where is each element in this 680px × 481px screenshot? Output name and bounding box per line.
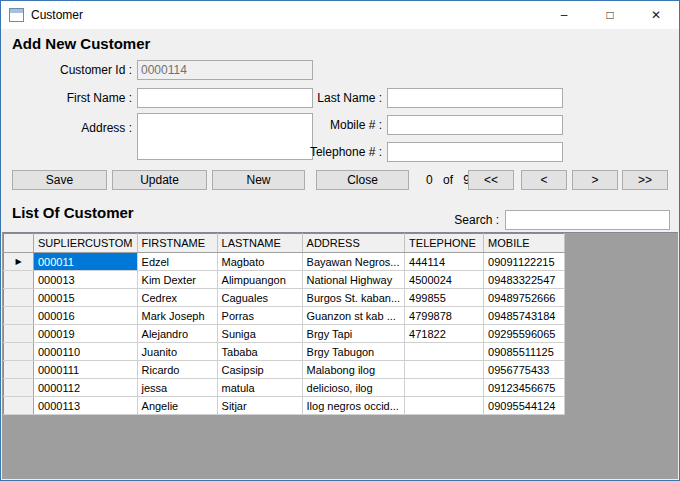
grid-body: ▶000011EdzelMagbatoBayawan Negros...4441… xyxy=(4,253,565,415)
grid-cell[interactable]: Sitjar xyxy=(217,397,302,415)
column-header[interactable]: SUPLIERCUSTOM xyxy=(34,234,138,253)
grid-cell[interactable] xyxy=(405,379,484,397)
grid-cell[interactable]: 0000110 xyxy=(34,343,138,361)
grid-cell[interactable]: Tababa xyxy=(217,343,302,361)
grid-cell[interactable]: Kim Dexter xyxy=(137,271,217,289)
grid-cell[interactable]: 0000111 xyxy=(34,361,138,379)
grid-cell[interactable]: National Highway xyxy=(302,271,405,289)
column-header[interactable]: TELEPHONE xyxy=(405,234,484,253)
grid-cell[interactable]: Porras xyxy=(217,307,302,325)
table-row: 000013Kim DexterAlimpuangonNational High… xyxy=(4,271,565,289)
grid-cell[interactable]: 444114 xyxy=(405,253,484,271)
grid-cell[interactable]: 09123456675 xyxy=(484,379,565,397)
grid-cell[interactable]: 0000112 xyxy=(34,379,138,397)
grid-cell[interactable]: Bayawan Negros... xyxy=(302,253,405,271)
grid-cell[interactable]: 09091122215 xyxy=(484,253,565,271)
record-counter: 0 of 9 xyxy=(426,170,470,190)
titlebar[interactable]: Customer – □ ✕ xyxy=(1,1,679,29)
grid-cell[interactable]: 09295596065 xyxy=(484,325,565,343)
last-name-label: Last Name : xyxy=(282,88,382,108)
row-selector[interactable] xyxy=(4,343,34,361)
row-selector[interactable] xyxy=(4,289,34,307)
grid-cell[interactable]: 000011 xyxy=(34,253,138,271)
telephone-label: Telephone # : xyxy=(282,142,382,162)
grid-cell[interactable]: Caguales xyxy=(217,289,302,307)
grid-cell[interactable]: matula xyxy=(217,379,302,397)
telephone-field[interactable] xyxy=(387,142,563,162)
column-header[interactable]: MOBILE xyxy=(484,234,565,253)
grid-cell[interactable]: Malabong ilog xyxy=(302,361,405,379)
grid-cell[interactable]: Mark Joseph xyxy=(137,307,217,325)
current-row-marker[interactable]: ▶ xyxy=(4,253,34,271)
row-selector[interactable] xyxy=(4,325,34,343)
grid-cell[interactable]: 09483322547 xyxy=(484,271,565,289)
last-name-field[interactable] xyxy=(387,88,563,108)
grid-header-row: SUPLIERCUSTOMFIRSTNAMELASTNAMEADDRESSTEL… xyxy=(4,234,565,253)
grid-cell[interactable]: 4799878 xyxy=(405,307,484,325)
grid-cell[interactable]: Suniga xyxy=(217,325,302,343)
customer-grid[interactable]: SUPLIERCUSTOMFIRSTNAMELASTNAMEADDRESSTEL… xyxy=(2,232,678,479)
customer-id-field[interactable] xyxy=(137,60,313,80)
grid-cell[interactable]: Ilog negros occid... xyxy=(302,397,405,415)
grid-cell[interactable]: Angelie xyxy=(137,397,217,415)
last-record-button[interactable]: >> xyxy=(622,170,668,190)
grid-cell[interactable]: Guanzon st kab ... xyxy=(302,307,405,325)
grid-cell[interactable]: 000015 xyxy=(34,289,138,307)
column-header[interactable]: LASTNAME xyxy=(217,234,302,253)
grid-cell[interactable]: Juanito xyxy=(137,343,217,361)
maximize-button[interactable]: □ xyxy=(587,1,633,29)
grid-cell[interactable]: Ricardo xyxy=(137,361,217,379)
grid-cell[interactable]: Magbato xyxy=(217,253,302,271)
grid-cell[interactable] xyxy=(405,343,484,361)
grid-cell[interactable]: 499855 xyxy=(405,289,484,307)
grid-cell[interactable]: Casipsip xyxy=(217,361,302,379)
grid-cell[interactable]: Edzel xyxy=(137,253,217,271)
grid-cell[interactable]: Brgy Tapi xyxy=(302,325,405,343)
grid-cell[interactable]: Alejandro xyxy=(137,325,217,343)
mobile-field[interactable] xyxy=(387,115,563,135)
table-row: 0000110JuanitoTababaBrgy Tabugon09085511… xyxy=(4,343,565,361)
grid-cell[interactable]: Alimpuangon xyxy=(217,271,302,289)
prev-record-button[interactable]: < xyxy=(521,170,567,190)
grid-cell[interactable]: 0956775433 xyxy=(484,361,565,379)
next-record-button[interactable]: > xyxy=(572,170,618,190)
first-record-button[interactable]: << xyxy=(468,170,514,190)
row-selector[interactable] xyxy=(4,271,34,289)
close-window-button[interactable]: ✕ xyxy=(633,1,679,29)
grid-cell[interactable]: 09085511125 xyxy=(484,343,565,361)
row-header-corner[interactable] xyxy=(4,234,34,253)
grid-cell[interactable]: 000016 xyxy=(34,307,138,325)
row-selector[interactable] xyxy=(4,397,34,415)
grid-cell[interactable]: Cedrex xyxy=(137,289,217,307)
grid-cell[interactable]: Brgy Tabugon xyxy=(302,343,405,361)
grid-cell[interactable]: delicioso, ilog xyxy=(302,379,405,397)
grid-cell[interactable]: 000019 xyxy=(34,325,138,343)
customer-id-label: Customer Id : xyxy=(32,60,132,80)
update-button[interactable]: Update xyxy=(112,170,207,190)
search-input[interactable] xyxy=(505,210,670,230)
new-button[interactable]: New xyxy=(212,170,305,190)
grid-cell[interactable]: jessa xyxy=(137,379,217,397)
minimize-button[interactable]: – xyxy=(541,1,587,29)
grid-cell[interactable]: 0000113 xyxy=(34,397,138,415)
row-selector[interactable] xyxy=(4,379,34,397)
grid-cell[interactable] xyxy=(405,397,484,415)
grid-cell[interactable]: 4500024 xyxy=(405,271,484,289)
save-button[interactable]: Save xyxy=(12,170,107,190)
customer-window: Customer – □ ✕ Add New Customer Customer… xyxy=(0,0,680,481)
column-header[interactable]: ADDRESS xyxy=(302,234,405,253)
grid-cell[interactable]: 09489752666 xyxy=(484,289,565,307)
grid-cell[interactable] xyxy=(405,361,484,379)
grid-cell[interactable]: 471822 xyxy=(405,325,484,343)
grid-cell[interactable]: Burgos St. kaban... xyxy=(302,289,405,307)
close-button[interactable]: Close xyxy=(316,170,409,190)
table-row: 0000111RicardoCasipsipMalabong ilog09567… xyxy=(4,361,565,379)
column-header[interactable]: FIRSTNAME xyxy=(137,234,217,253)
grid-cell[interactable]: 09485743184 xyxy=(484,307,565,325)
search-label: Search : xyxy=(399,210,499,230)
row-selector[interactable] xyxy=(4,307,34,325)
customer-table: SUPLIERCUSTOMFIRSTNAMELASTNAMEADDRESSTEL… xyxy=(3,233,565,415)
grid-cell[interactable]: 000013 xyxy=(34,271,138,289)
row-selector[interactable] xyxy=(4,361,34,379)
grid-cell[interactable]: 09095544124 xyxy=(484,397,565,415)
